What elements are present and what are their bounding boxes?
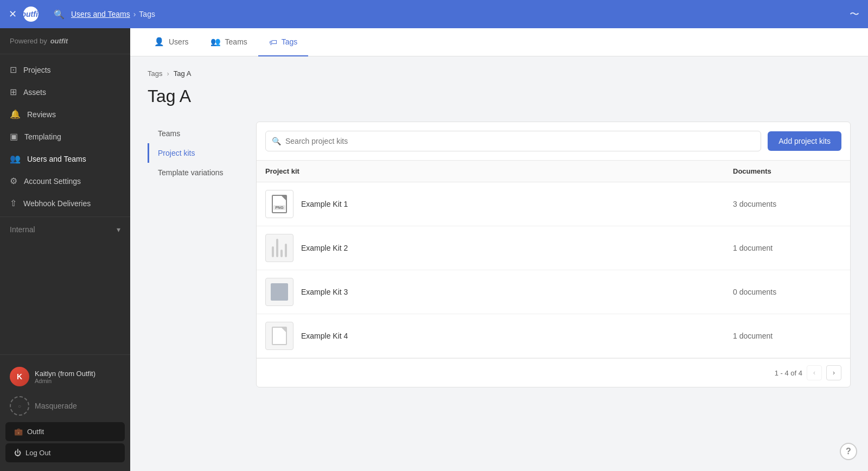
sidebar-bottom: K Kaitlyn (from Outfit) Admin ○ Masquera… bbox=[0, 354, 130, 471]
tab-tags[interactable]: 🏷 Tags bbox=[258, 28, 309, 56]
sidebar-divider bbox=[0, 217, 130, 217]
sidebar-item-label: Users and Teams bbox=[27, 155, 86, 163]
search-row: 🔍 Add project kits bbox=[257, 122, 850, 161]
tag-sidebar-project-kits[interactable]: Project kits bbox=[148, 143, 256, 163]
page-breadcrumb-sep: › bbox=[167, 69, 169, 78]
tabs-bar: 👤 Users 👥 Teams 🏷 Tags bbox=[130, 28, 868, 56]
sidebar-item-label: Assets bbox=[23, 88, 46, 97]
docs-cell-3: 0 documents bbox=[733, 288, 841, 296]
kit-thumbnail-1: PNG bbox=[265, 190, 293, 218]
templating-icon: ▣ bbox=[10, 131, 18, 142]
kit-name-3: Example Kit 3 bbox=[301, 288, 348, 296]
page-breadcrumb-link[interactable]: Tags bbox=[148, 69, 162, 78]
outfit-button-label: Outfit bbox=[27, 428, 44, 436]
sidebar-item-account-settings[interactable]: ⚙ Account Settings bbox=[0, 170, 130, 192]
table-row: PNG Example Kit 1 3 documents bbox=[257, 182, 850, 226]
sidebar-nav: ⊡ Projects ⊞ Assets 🔔 Reviews ▣ Templati… bbox=[0, 54, 130, 354]
col-header-kit: Project kit bbox=[265, 167, 733, 175]
tab-teams[interactable]: 👥 Teams bbox=[200, 28, 258, 56]
table-header: Project kit Documents bbox=[257, 161, 850, 182]
kit-thumb-square bbox=[271, 283, 288, 301]
user-role: Admin bbox=[35, 378, 95, 384]
briefcase-icon: 💼 bbox=[14, 428, 23, 436]
user-info: Kaitlyn (from Outfit) Admin bbox=[35, 370, 95, 384]
sidebar-internal[interactable]: Internal ▾ bbox=[0, 219, 130, 240]
sidebar-item-templating[interactable]: ▣ Templating bbox=[0, 125, 130, 148]
header-right: 〜 bbox=[850, 8, 859, 21]
kit-name-2: Example Kit 2 bbox=[301, 244, 348, 252]
kit-thumb-doc bbox=[272, 327, 287, 345]
tag-sidebar-template-variations[interactable]: Template variations bbox=[148, 163, 256, 182]
teams-tab-icon: 👥 bbox=[210, 37, 221, 47]
sidebar-item-assets[interactable]: ⊞ Assets bbox=[0, 81, 130, 103]
table-row: Example Kit 4 1 document bbox=[257, 314, 850, 358]
masquerade-avatar: ○ bbox=[10, 396, 29, 416]
file-corner bbox=[282, 196, 286, 200]
logo-circle: outfit bbox=[23, 7, 39, 22]
users-teams-icon: 👥 bbox=[10, 154, 21, 164]
col-header-docs: Documents bbox=[733, 167, 841, 175]
kit-thumbnail-4 bbox=[265, 322, 293, 350]
kit-thumb-lines bbox=[267, 234, 291, 262]
tab-users[interactable]: 👤 Users bbox=[143, 28, 200, 56]
png-file-icon: PNG bbox=[266, 190, 293, 218]
docs-cell-2: 1 document bbox=[733, 244, 841, 252]
outfit-button[interactable]: 💼 Outfit bbox=[5, 422, 125, 441]
help-button[interactable]: ? bbox=[840, 443, 857, 460]
sidebar-item-users-and-teams[interactable]: 👥 Users and Teams bbox=[0, 148, 130, 170]
tab-tags-label: Tags bbox=[282, 37, 298, 46]
breadcrumb-link[interactable]: Users and Teams bbox=[71, 10, 130, 18]
tag-main-panel: 🔍 Add project kits Project kit Documents bbox=[256, 122, 851, 387]
tab-teams-label: Teams bbox=[225, 37, 247, 46]
thumb-line bbox=[272, 246, 274, 257]
user-name: Kaitlyn (from Outfit) bbox=[35, 370, 95, 378]
projects-icon: ⊡ bbox=[10, 65, 17, 75]
masquerade-item[interactable]: ○ Masquerade bbox=[0, 392, 130, 420]
account-settings-icon: ⚙ bbox=[10, 176, 17, 186]
sidebar-item-projects[interactable]: ⊡ Projects bbox=[0, 59, 130, 81]
thumb-line bbox=[276, 239, 278, 257]
reviews-icon: 🔔 bbox=[10, 109, 21, 119]
search-icon[interactable]: 🔍 bbox=[54, 9, 65, 20]
webhook-icon: ⇧ bbox=[10, 198, 17, 208]
sidebar-item-label: Reviews bbox=[27, 110, 56, 119]
tab-users-label: Users bbox=[169, 37, 189, 46]
sidebar-user[interactable]: K Kaitlyn (from Outfit) Admin bbox=[0, 361, 130, 392]
masquerade-label: Masquerade bbox=[35, 402, 77, 410]
assets-icon: ⊞ bbox=[10, 87, 17, 97]
logout-button[interactable]: ⏻ Log Out bbox=[5, 443, 125, 462]
tag-sidebar: Teams Project kits Template variations bbox=[148, 122, 256, 387]
powered-by-label: Powered by bbox=[10, 37, 47, 45]
tag-layout: Teams Project kits Template variations 🔍… bbox=[148, 122, 851, 387]
trend-icon: 〜 bbox=[850, 9, 859, 20]
thumb-line bbox=[280, 250, 283, 257]
sidebar-item-label: Projects bbox=[23, 66, 51, 74]
pagination-info: 1 - 4 of 4 bbox=[775, 369, 802, 377]
search-box: 🔍 bbox=[265, 131, 761, 151]
add-project-kits-button[interactable]: Add project kits bbox=[768, 131, 841, 151]
page-breadcrumb: Tags › Tag A bbox=[148, 69, 851, 78]
close-button[interactable]: ✕ bbox=[9, 8, 17, 20]
content-area: 👤 Users 👥 Teams 🏷 Tags Tags › Tag A Tag … bbox=[130, 28, 868, 471]
powered-by-brand: outfit bbox=[50, 37, 68, 45]
pagination-prev-button[interactable]: ‹ bbox=[807, 365, 822, 380]
kit-name-4: Example Kit 4 bbox=[301, 332, 348, 340]
sidebar-item-label: Templating bbox=[24, 132, 61, 141]
sidebar-item-webhook[interactable]: ⇧ Webhook Deliveries bbox=[0, 192, 130, 214]
logo: outfit bbox=[23, 7, 43, 22]
kit-cell-4: Example Kit 4 bbox=[265, 322, 733, 350]
sidebar-item-reviews[interactable]: 🔔 Reviews bbox=[0, 103, 130, 125]
breadcrumb-current: Tags bbox=[139, 10, 155, 18]
logout-button-label: Log Out bbox=[25, 449, 50, 457]
pagination-next-button[interactable]: › bbox=[826, 365, 841, 380]
kit-thumbnail-3 bbox=[265, 278, 293, 306]
docs-cell-4: 1 document bbox=[733, 332, 841, 340]
tag-sidebar-teams[interactable]: Teams bbox=[148, 124, 256, 143]
pagination: 1 - 4 of 4 ‹ › bbox=[257, 358, 850, 387]
breadcrumb-separator: › bbox=[133, 10, 136, 18]
search-input[interactable] bbox=[265, 131, 761, 151]
sidebar-item-label: Account Settings bbox=[24, 177, 81, 186]
user-icon: 👤 bbox=[154, 37, 164, 47]
main-layout: Powered by outfit ⊡ Projects ⊞ Assets 🔔 … bbox=[0, 28, 868, 471]
sidebar-item-label: Webhook Deliveries bbox=[23, 199, 91, 208]
